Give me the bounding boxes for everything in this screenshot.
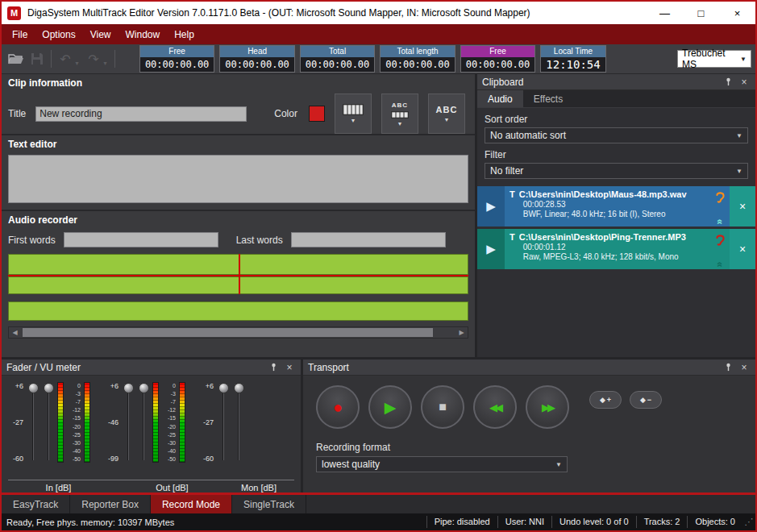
stop-button[interactable]: ■	[421, 385, 464, 429]
play-button[interactable]: ▶	[368, 385, 412, 429]
prelisten-play-button[interactable]: ▶	[477, 186, 505, 227]
tab-reporter-box[interactable]: Reporter Box	[70, 495, 151, 513]
prelisten-play-button[interactable]: ▶	[477, 229, 505, 269]
abc-keyboard-button[interactable]: ABC ▼	[381, 94, 418, 134]
scale-tick: 0	[77, 383, 81, 389]
minimize-button[interactable]: —	[647, 2, 683, 24]
recording-format-select[interactable]: lowest quality ▼	[316, 456, 568, 472]
close-panel-icon[interactable]: ×	[738, 76, 751, 89]
sort-order-value: No automatic sort	[490, 130, 566, 141]
maximize-button[interactable]: □	[683, 2, 719, 24]
remove-from-clipboard-button[interactable]: ◆ −	[630, 391, 662, 409]
fader-slider[interactable]	[27, 382, 40, 463]
waveform-display[interactable]	[8, 254, 468, 294]
fader-knob[interactable]	[139, 383, 149, 393]
open-folder-button[interactable]	[6, 48, 27, 69]
tab-audio[interactable]: Audio	[477, 90, 523, 107]
filter-select[interactable]: No filter ▼	[485, 163, 748, 179]
menu-window[interactable]: Window	[119, 26, 168, 44]
timer-value: 12:10:54	[541, 57, 605, 72]
fader-slider[interactable]	[42, 382, 55, 463]
status-pipe: Pipe: disabled	[426, 516, 497, 528]
font-selector[interactable]: Trebuchet MS ▼	[677, 50, 751, 68]
redo-dropdown-icon[interactable]: ▼	[102, 60, 108, 66]
menu-help[interactable]: Help	[167, 26, 202, 44]
fader-slider[interactable]	[137, 382, 150, 463]
undo-icon: ↶	[60, 52, 70, 67]
fader-knob[interactable]	[218, 383, 229, 393]
close-button[interactable]: ×	[719, 2, 755, 24]
title-label: Title	[8, 108, 26, 119]
abc-label: ABC	[436, 105, 458, 114]
undo-button[interactable]: ↶	[55, 48, 76, 69]
tab-easytrack[interactable]: EasyTrack	[2, 495, 70, 513]
title-input[interactable]	[35, 106, 247, 122]
redo-button[interactable]: ↷	[83, 48, 104, 69]
save-button[interactable]	[27, 48, 48, 69]
fader-scale: +6 -27 -60	[198, 382, 214, 463]
remove-item-button[interactable]: ×	[730, 186, 755, 227]
fader-knob[interactable]	[234, 383, 244, 393]
ear-prelisten-icon[interactable]	[715, 233, 726, 247]
fader-content: +6 -27 -60 0 -3 -7 -12 -15 -20 -25	[2, 376, 301, 476]
toolbar-separator	[51, 50, 52, 68]
fader-knob[interactable]	[44, 383, 54, 393]
item-type-label: T	[505, 229, 519, 269]
timer-label: Total	[301, 46, 374, 57]
status-tracks: Tracks: 2	[636, 516, 688, 528]
waveform-overview[interactable]	[8, 301, 468, 321]
undo-dropdown-icon[interactable]: ▼	[74, 60, 80, 66]
first-words-input[interactable]	[64, 232, 218, 247]
pin-icon[interactable]	[267, 361, 280, 374]
menu-options[interactable]: Options	[35, 26, 82, 44]
text-editor-area[interactable]	[8, 155, 468, 203]
menu-view[interactable]: View	[83, 26, 119, 44]
fader-slider[interactable]	[217, 382, 230, 463]
scrollbar-thumb[interactable]	[23, 328, 433, 337]
chevron-down-icon: ▼	[736, 132, 742, 139]
ear-prelisten-icon[interactable]	[715, 190, 726, 204]
last-words-input[interactable]	[291, 232, 446, 247]
scroll-right-button[interactable]: ▶	[455, 327, 468, 338]
abc-text-button[interactable]: ABC ▼	[428, 94, 465, 134]
tab-singletrack[interactable]: SingleTrack	[232, 495, 306, 513]
close-panel-icon[interactable]: ×	[738, 361, 751, 374]
scroll-left-button[interactable]: ◀	[9, 327, 21, 338]
clipboard-item[interactable]: ▶ T C:\Users\nin\Desktop\Ping-Trenner.MP…	[477, 229, 755, 269]
waveform-scrollbar[interactable]: ◀ ▶	[8, 326, 468, 339]
sort-order-label: Sort order	[485, 114, 748, 125]
resize-grip[interactable]: ⋰	[742, 517, 755, 527]
record-button[interactable]: ●	[316, 385, 360, 429]
tab-effects[interactable]: Effects	[523, 90, 573, 107]
transport-header-bar: Transport ×	[303, 360, 755, 376]
statusbar: Ready, Free phys. memory: 10397 MBytes P…	[2, 513, 755, 530]
app-window: M DigaSystem MultiTrack Editor Version 7…	[0, 0, 757, 532]
fader-slider[interactable]	[122, 382, 135, 463]
tab-record-mode[interactable]: Record Mode	[151, 495, 232, 513]
forward-button[interactable]: ▶▶	[526, 385, 569, 429]
rewind-button[interactable]: ◀◀	[473, 385, 517, 429]
first-words-label: First words	[8, 235, 56, 246]
pin-icon[interactable]	[722, 76, 734, 89]
transport-title: Transport	[308, 362, 718, 373]
pin-icon[interactable]	[722, 361, 734, 374]
chevrons-up-icon[interactable]: «	[717, 219, 723, 225]
transport-body: ● ▶ ■ ◀◀ ▶▶ ◆	[303, 376, 755, 472]
menu-file[interactable]: File	[5, 26, 35, 44]
clipboard-transfer-buttons: ◆ + ◆ −	[589, 391, 662, 409]
color-swatch[interactable]	[309, 106, 325, 122]
fader-knob[interactable]	[28, 383, 39, 393]
play-icon: ▶	[486, 242, 496, 256]
remove-item-button[interactable]: ×	[730, 229, 755, 269]
sort-order-select[interactable]: No automatic sort ▼	[485, 127, 748, 143]
fader-knob[interactable]	[123, 383, 134, 393]
chevrons-up-icon[interactable]: «	[717, 262, 723, 268]
close-panel-icon[interactable]: ×	[283, 361, 296, 374]
add-to-clipboard-button[interactable]: ◆ +	[589, 391, 622, 409]
keyboard-title-button[interactable]: ▼	[335, 94, 372, 134]
clipboard-item[interactable]: ▶ T C:\Users\nin\Desktop\Maus-48.mp3.wav…	[477, 186, 755, 227]
fader-slider[interactable]	[232, 382, 245, 463]
status-message: Ready, Free phys. memory: 10397 MBytes	[6, 517, 426, 527]
scrollbar-track[interactable]	[21, 327, 455, 338]
slider-track	[223, 384, 224, 460]
